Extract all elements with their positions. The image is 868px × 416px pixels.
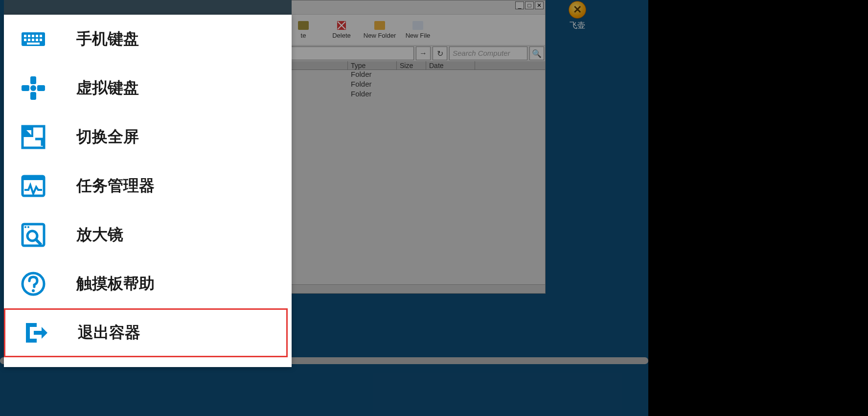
side-menu: 手机键盘 虚拟键盘 切换全屏 任务管理器 放大镜 触摸板帮助 退 [4, 15, 292, 367]
dpad-icon [20, 74, 47, 102]
exit-icon [21, 319, 48, 347]
menu-item-label: 放大镜 [76, 224, 123, 246]
svg-rect-2 [28, 35, 30, 37]
menu-item-toggle-fullscreen[interactable]: 切换全屏 [4, 113, 292, 162]
svg-line-25 [36, 240, 41, 245]
magnifier-icon [20, 221, 47, 249]
menu-item-label: 退出容器 [78, 322, 140, 344]
svg-rect-13 [30, 92, 36, 100]
svg-rect-3 [32, 35, 34, 37]
menu-item-exit-container[interactable]: 退出容器 [4, 308, 288, 357]
menu-titlebar [4, 0, 292, 15]
menu-item-label: 任务管理器 [76, 175, 155, 197]
keyboard-icon [20, 25, 47, 53]
menu-item-label: 虚拟键盘 [76, 77, 139, 99]
svg-rect-1 [24, 35, 26, 37]
svg-rect-14 [22, 85, 29, 91]
svg-rect-12 [30, 76, 36, 84]
svg-rect-20 [23, 176, 44, 180]
svg-rect-7 [28, 39, 30, 41]
help-icon [20, 270, 47, 298]
menu-item-phone-keyboard[interactable]: 手机键盘 [4, 15, 292, 64]
svg-rect-15 [37, 85, 45, 91]
fullscreen-icon [20, 123, 47, 151]
svg-point-22 [24, 226, 26, 228]
svg-point-24 [27, 231, 37, 241]
svg-rect-10 [40, 39, 42, 41]
menu-item-task-manager[interactable]: 任务管理器 [4, 162, 292, 210]
svg-rect-4 [36, 35, 38, 37]
task-manager-icon [20, 172, 47, 200]
menu-item-touchpad-help[interactable]: 触摸板帮助 [4, 259, 292, 308]
menu-item-label: 手机键盘 [76, 28, 139, 50]
svg-rect-6 [24, 39, 26, 41]
svg-rect-9 [36, 39, 38, 41]
menu-item-virtual-keyboard[interactable]: 虚拟键盘 [4, 64, 292, 113]
menu-item-magnifier[interactable]: 放大镜 [4, 210, 292, 259]
menu-item-label: 触摸板帮助 [76, 273, 155, 295]
svg-rect-8 [32, 39, 34, 41]
svg-point-23 [27, 226, 29, 228]
svg-rect-11 [27, 43, 40, 45]
svg-point-27 [32, 289, 35, 292]
menu-item-label: 切换全屏 [76, 126, 139, 148]
svg-point-16 [30, 85, 36, 91]
svg-rect-5 [40, 35, 42, 37]
